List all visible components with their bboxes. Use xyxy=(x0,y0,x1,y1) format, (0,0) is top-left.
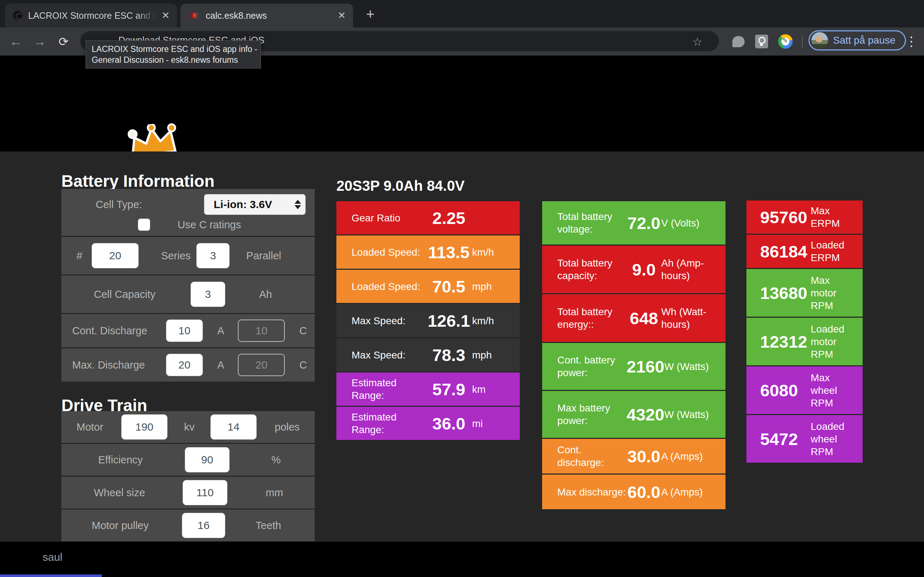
result-unit: km/h xyxy=(472,314,515,327)
profile-status-label: Satt på pause xyxy=(833,35,895,46)
result-unit: A (Amps) xyxy=(661,486,722,498)
result-row: 5472 Loaded wheel RPM xyxy=(746,415,863,463)
c-unit-label: C xyxy=(299,359,307,371)
use-c-ratings-label: Use C ratings xyxy=(178,219,241,231)
result-label: Max Speed: xyxy=(352,349,426,361)
battery-results-table: Total battery voltage: 72.0 V (Volts) To… xyxy=(542,201,725,509)
result-label: Estimated Range: xyxy=(352,411,426,436)
cell-type-label: Cell Type: xyxy=(96,199,179,211)
motor-pulley-input[interactable] xyxy=(182,513,225,538)
back-icon[interactable]: ← xyxy=(6,27,25,56)
result-row: Gear Ratio 2.25 xyxy=(336,201,520,234)
tab-calc-active[interactable]: calc.esk8.news ✕ xyxy=(181,3,353,27)
result-row: Loaded Speed: 70.5 mph xyxy=(336,270,520,303)
result-label: Max wheel RPM xyxy=(811,371,857,409)
result-row: Max battery power: 4320 W (Watts) xyxy=(542,391,725,438)
new-tab-button[interactable]: + xyxy=(362,6,378,23)
cell-capacity-input[interactable] xyxy=(191,282,225,307)
series-parallel-row: # Series Parallel xyxy=(61,237,315,274)
result-value: 70.5 xyxy=(426,277,472,297)
percent-unit-label: % xyxy=(271,454,281,466)
motor-kv-input[interactable] xyxy=(121,414,168,440)
battery-config-title: 20S3P 9.0Ah 84.0V xyxy=(336,178,465,194)
result-row: 6080 Max wheel RPM xyxy=(746,366,863,414)
result-row: 12312 Loaded motor RPM xyxy=(746,318,863,365)
tab-title: calc.esk8.news xyxy=(206,10,333,21)
result-label: Max discharge: xyxy=(557,486,627,498)
result-row: Cont. discharge: 30.0 A (Amps) xyxy=(542,439,725,474)
motor-label: Motor xyxy=(76,421,113,433)
cont-discharge-label: Cont. Discharge xyxy=(72,325,166,337)
forward-icon[interactable]: → xyxy=(30,27,49,56)
result-value: 5472 xyxy=(760,429,811,449)
result-row: 86184 Loaded ERPM xyxy=(746,235,863,268)
max-discharge-label: Max. Discharge xyxy=(72,359,166,371)
speed-results-table: Gear Ratio 2.25 Loaded Speed: 113.5 km/h… xyxy=(336,201,520,440)
result-row: Total battery capacity: 9.0 Ah (Amp- hou… xyxy=(542,246,725,293)
extension-chat-icon[interactable] xyxy=(731,27,746,56)
battery-form: Cell Type: Li-ion: 3.6V Use C ratings # … xyxy=(61,189,315,382)
result-label: Total battery voltage: xyxy=(557,210,627,235)
extension-google-icon[interactable] xyxy=(777,27,793,56)
max-discharge-a-input[interactable] xyxy=(166,354,203,376)
result-value: 2.25 xyxy=(426,208,472,228)
result-row: Estimated Range: 36.0 mi xyxy=(336,407,520,440)
pencil-circle-icon xyxy=(778,34,793,49)
result-value: 60.0 xyxy=(627,482,661,502)
cell-type-value: Li-ion: 3.6V xyxy=(214,198,272,211)
result-label: Loaded wheel RPM xyxy=(811,420,857,458)
amps-unit-label: A xyxy=(217,325,224,337)
result-unit: Ah (Amp- hours) xyxy=(661,257,722,282)
speech-bubble-icon xyxy=(732,36,745,47)
extension-keep-icon[interactable] xyxy=(754,27,769,56)
cell-capacity-label: Cell Capacity xyxy=(94,288,170,300)
footer-accent-line xyxy=(0,574,102,577)
result-label: Total battery capacity: xyxy=(557,257,627,282)
result-unit: W (Watts) xyxy=(664,360,725,373)
series-count-input[interactable] xyxy=(92,243,139,268)
efficiency-input[interactable] xyxy=(185,447,229,472)
tab-forum[interactable]: LACROIX Stormcore ESC and iOS ✕ xyxy=(5,3,177,27)
result-label: Max ERPM xyxy=(811,205,857,230)
result-label: Loaded Speed: xyxy=(352,246,426,259)
parallel-label: Parallel xyxy=(246,250,281,262)
calc-favicon xyxy=(188,13,201,18)
result-unit: km/h xyxy=(472,246,515,259)
result-value: 113.5 xyxy=(426,242,472,262)
result-unit: Wh (Watt- hours) xyxy=(661,305,722,331)
toolbar-divider xyxy=(802,35,803,48)
rpm-results-table: 95760 Max ERPM 86184 Loaded ERPM 13680 M… xyxy=(746,200,863,463)
kv-unit-label: kv xyxy=(184,421,195,433)
profile-button[interactable]: Satt på pause xyxy=(809,30,906,50)
wheel-size-input[interactable] xyxy=(183,480,228,505)
browser-menu-icon[interactable]: ⋮ xyxy=(902,27,921,56)
bookmark-star-icon[interactable]: ☆ xyxy=(692,35,703,49)
hash-label: # xyxy=(76,250,82,262)
result-value: 36.0 xyxy=(426,414,472,434)
reload-icon[interactable]: ⟳ xyxy=(54,27,73,56)
result-value: 9.0 xyxy=(627,259,661,279)
motor-row: Motor kv poles xyxy=(61,411,315,443)
use-c-ratings-checkbox[interactable] xyxy=(138,219,150,231)
c-unit-label: C xyxy=(299,325,307,337)
result-label: Loaded motor RPM xyxy=(811,323,857,361)
page-footer: saul xyxy=(0,542,924,577)
wheel-size-row: Wheel size mm xyxy=(61,477,315,508)
parallel-count-input[interactable] xyxy=(196,243,229,268)
cell-type-select[interactable]: Li-ion: 3.6V xyxy=(204,194,306,215)
result-unit: km xyxy=(472,383,515,396)
tooltip-line-1: LACROIX Stormcore ESC and iOS app info - xyxy=(92,44,255,55)
tab-close-icon[interactable]: ✕ xyxy=(162,11,170,21)
tab-close-icon[interactable]: ✕ xyxy=(338,11,346,21)
max-discharge-row: Max. Discharge A C xyxy=(61,348,315,382)
result-label: Max motor RPM xyxy=(811,274,857,312)
result-value: 12312 xyxy=(760,332,811,351)
result-unit: W (Watts) xyxy=(664,408,725,421)
result-value: 86184 xyxy=(760,242,811,261)
result-label: Max Speed: xyxy=(352,314,426,327)
motor-poles-input[interactable] xyxy=(210,414,257,440)
footer-username: saul xyxy=(43,551,63,563)
result-row: Estimated Range: 57.9 km xyxy=(336,372,520,406)
amps-unit-label: A xyxy=(217,359,224,371)
cont-discharge-a-input[interactable] xyxy=(166,319,203,342)
